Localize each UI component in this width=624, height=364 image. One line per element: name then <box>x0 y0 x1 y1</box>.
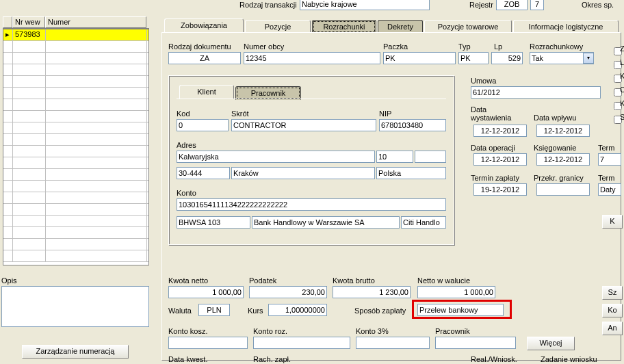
konto3-label: Konto 3% <box>356 327 389 335</box>
netto-walucie-field[interactable]: 1 000,00 <box>417 286 495 298</box>
ulica-field[interactable]: Kalwaryjska <box>177 151 375 163</box>
paczka-field[interactable]: PK <box>383 52 456 64</box>
konto-roz-label: Konto roz. <box>253 327 287 335</box>
okres-label: Okres sp. <box>582 1 614 9</box>
k-button[interactable]: K <box>602 215 623 229</box>
netto-walucie-label: Netto w walucie <box>417 276 470 285</box>
data-wystawienia-label: Data wystawienia <box>471 105 519 122</box>
real-wniosk-label: Real./Wniosk. <box>471 355 517 363</box>
sposob-zaplaty-field[interactable]: Przelew bankowy <box>417 304 504 316</box>
data-wplywu-field[interactable]: 12-12-2012 <box>536 125 590 137</box>
tab-dekrety[interactable]: Dekrety <box>378 20 423 34</box>
subtab-pracownik[interactable]: Pracownik <box>235 86 301 100</box>
tab-rozrachunki[interactable]: Rozrachunki <box>312 20 376 34</box>
adres-label: Adres <box>177 141 196 149</box>
pracownik-label: Pracownik <box>435 327 470 335</box>
miasto-field[interactable]: Kraków <box>231 167 375 179</box>
kwota-brutto-label: Kwota brutto <box>333 276 375 285</box>
kwota-netto-field[interactable]: 1 000,00 <box>168 286 244 298</box>
data-kwest-label: Data kwest. <box>168 355 207 363</box>
rozrachunkowy-dropdown-icon[interactable]: ▾ <box>583 53 594 64</box>
umowa-label: Umowa <box>471 77 496 85</box>
bank-kod-field[interactable]: BHWSA 103 <box>177 216 250 229</box>
kraj-field[interactable]: Polska <box>376 167 446 179</box>
nr-field[interactable]: 10 <box>376 151 413 163</box>
rejestr-num-field[interactable]: 7 <box>530 0 544 10</box>
termin-zaplaty-field[interactable]: 19-12-2012 <box>473 183 527 196</box>
konto-kosz-label: Konto kosz. <box>168 327 207 335</box>
kurs-label: Kurs <box>248 307 263 315</box>
tab-zobowiazania[interactable]: Zobowiązania <box>164 18 244 32</box>
sz-button[interactable]: Sz <box>602 286 623 300</box>
term2-label: Term <box>598 174 614 182</box>
typ-field[interactable]: PK <box>458 52 489 64</box>
tab-informacje-logistyczne[interactable]: Informacje logistyczne <box>513 20 619 34</box>
nip-field[interactable]: 6780103480 <box>379 119 446 131</box>
bank-ext-field[interactable]: Citi Handlo <box>401 216 446 229</box>
ksiegowanie-label: Księgowanie <box>534 144 576 152</box>
numer-obcy-label: Numer obcy <box>244 42 284 51</box>
subtab-klient[interactable]: Klient <box>179 85 234 99</box>
kod-pocztowy-field[interactable]: 30-444 <box>177 167 230 179</box>
konto-field[interactable]: 10301654111134222222222222 <box>177 198 446 211</box>
wiecej-button[interactable]: Więcej <box>527 337 575 350</box>
rodzaj-dokumentu-field[interactable]: ZA <box>168 52 241 64</box>
waluta-label: Waluta <box>168 307 192 315</box>
data-wplywu-label: Data wpływu <box>534 114 576 122</box>
term-field[interactable]: 7 <box>598 153 621 166</box>
grid-row-selected[interactable]: ▸ 573983 <box>3 29 148 41</box>
kurs-field[interactable]: 1,00000000 <box>268 304 327 316</box>
bank-nazwa-field[interactable]: Bank Handlowy w Warszawie SA <box>252 216 400 229</box>
zadanie-wniosku-label: Zadanie wniosku <box>541 355 597 363</box>
rach-zapl-label: Rach. zapł. <box>253 355 291 363</box>
typ-label: Typ <box>458 42 471 51</box>
waluta-field[interactable]: PLN <box>198 304 230 316</box>
nr2-field[interactable] <box>415 151 446 163</box>
rodzaj-transakcji-field[interactable]: Nabycie krajowe <box>300 0 430 10</box>
left-grid[interactable]: ▸ 573983 <box>3 29 149 265</box>
data-operacji-field[interactable]: 12-12-2012 <box>473 153 527 166</box>
konto3-field[interactable] <box>356 337 430 349</box>
data-operacji-label: Data operacji <box>471 144 515 152</box>
an-button[interactable]: An <box>602 322 623 335</box>
termin-zaplaty-label: Termin zapłaty <box>471 174 519 182</box>
ksiegowanie-field[interactable]: 12-12-2012 <box>536 153 590 166</box>
data-wystawienia-field[interactable]: 12-12-2012 <box>473 125 527 137</box>
opis-field[interactable] <box>1 286 149 327</box>
rejestr-field[interactable]: ZOB <box>496 0 528 10</box>
ko-button[interactable]: Ko <box>602 304 623 317</box>
numer-obcy-field[interactable]: 12345 <box>244 52 380 64</box>
umowa-field[interactable]: 61/2012 <box>471 86 601 99</box>
opis-label: Opis <box>1 276 17 285</box>
kwota-netto-label: Kwota netto <box>168 276 208 285</box>
zarzadzanie-numeracja-button[interactable]: Zarządzanie numeracją <box>22 345 129 359</box>
lp-field[interactable]: 529 <box>491 52 523 64</box>
tab-pozycje-towarowe[interactable]: Pozycje towarowe <box>424 20 512 34</box>
konto-label: Konto <box>177 189 196 197</box>
rejestr-label: Rejestr <box>469 1 493 9</box>
przekr-granicy-field[interactable] <box>536 183 590 196</box>
konto-roz-field[interactable] <box>253 337 350 349</box>
col-nrwew[interactable]: Nr wew <box>12 16 45 28</box>
konto-kosz-field[interactable] <box>168 337 248 349</box>
skrot-field[interactable]: CONTRACTOR <box>231 119 376 131</box>
kwota-brutto-field[interactable]: 1 230,00 <box>333 286 411 298</box>
tab-pozycje[interactable]: Pozycje <box>245 20 311 34</box>
podatek-field[interactable]: 230,00 <box>249 286 327 298</box>
pracownik-field[interactable] <box>435 337 516 349</box>
podatek-label: Podatek <box>249 276 276 285</box>
daty-field[interactable]: Daty <box>598 183 621 196</box>
kod-field[interactable]: 0 <box>177 119 229 131</box>
kod-label: Kod <box>177 109 190 118</box>
rodzaj-transakcji-label: Rodzaj transakcji <box>239 1 297 9</box>
przekr-granicy-label: Przekr. granicy <box>534 174 584 182</box>
nip-label: NIP <box>379 109 391 118</box>
left-grid-header: Nr wew Numer <box>3 16 149 29</box>
rozrachunkowy-label: Rozrachunkowy <box>530 42 583 51</box>
lp-label: Lp <box>494 42 502 51</box>
term-label: Term <box>598 144 614 152</box>
paczka-label: Paczka <box>383 42 408 51</box>
skrot-label: Skrót <box>231 109 249 118</box>
sposob-zaplaty-label: Sposób zapłaty <box>354 307 406 315</box>
col-numer[interactable]: Numer <box>45 16 146 28</box>
